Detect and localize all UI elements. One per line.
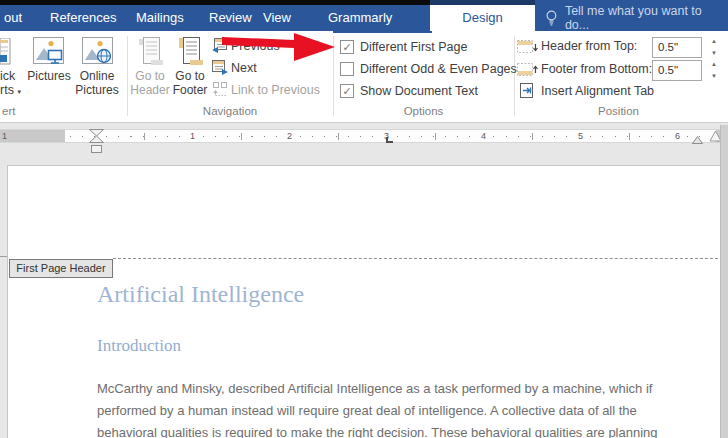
- footer-from-bottom-row: Footer from Bottom: 0.5" ▲ ▼: [517, 61, 727, 81]
- tab-stop-marker[interactable]: [386, 137, 393, 143]
- position-group-label: Position: [514, 105, 723, 117]
- footer-from-bottom-label: Footer from Bottom:: [541, 62, 652, 76]
- show-document-text-checkbox[interactable]: ✓: [340, 84, 354, 98]
- ruler-number: 1: [188, 130, 197, 142]
- link-to-previous-label: Link to Previous: [231, 83, 320, 97]
- header-boundary-dashed-line: [113, 258, 718, 259]
- ruler-number: 2: [285, 130, 294, 142]
- ruler-half-ticks: [144, 133, 710, 140]
- check-mark-icon: ✓: [341, 85, 353, 97]
- quick-parts-icon[interactable]: [0, 38, 11, 65]
- vertical-scrollbar[interactable]: [720, 125, 728, 438]
- header-from-top-input[interactable]: 0.5": [652, 37, 702, 58]
- tab-grammarly[interactable]: Grammarly: [328, 5, 392, 31]
- check-mark-icon: ✓: [341, 41, 353, 53]
- link-to-previous-icon: [212, 82, 228, 97]
- navigation-group-label: Navigation: [127, 105, 333, 117]
- pictures-label: Pictures: [26, 69, 72, 83]
- header-from-top-label: Header from Top:: [541, 39, 637, 53]
- tab-references[interactable]: References: [50, 5, 116, 31]
- link-to-previous-button[interactable]: Link to Previous: [212, 82, 330, 99]
- body-text-line[interactable]: McCarthy and Minsky, described Artificia…: [97, 381, 652, 396]
- ruler-left-margin: [0, 130, 65, 142]
- right-indent-marker[interactable]: [692, 136, 703, 144]
- ruler-number: 5: [576, 130, 585, 142]
- show-document-text-label: Show Document Text: [360, 84, 478, 98]
- pictures-button[interactable]: Pictures: [26, 34, 72, 120]
- indent-markers-icon[interactable]: [89, 129, 104, 143]
- next-label: Next: [231, 61, 257, 75]
- next-button[interactable]: Next: [212, 60, 330, 77]
- document-title[interactable]: Artificial Intelligence: [97, 281, 304, 308]
- footer-from-bottom-icon: [517, 63, 539, 78]
- checkbox-different-first-page[interactable]: ✓ Different First Page: [340, 40, 510, 56]
- checkbox-different-odd-even[interactable]: Different Odd & Even Pages: [340, 62, 510, 78]
- tell-me-box[interactable]: Tell me what you want to do...: [545, 5, 728, 31]
- red-callout-arrow: [222, 32, 336, 62]
- word-window: out References Mailings Review View Gram…: [0, 0, 728, 438]
- different-first-page-label: Different First Page: [360, 40, 467, 54]
- body-text-line[interactable]: performed by a human instead will requir…: [97, 403, 637, 418]
- quick-parts-label-2[interactable]: rts ▾: [0, 83, 21, 97]
- left-indent-marker[interactable]: [91, 145, 102, 153]
- group-separator: [514, 36, 515, 116]
- insert-alignment-tab-label: Insert Alignment Tab: [541, 84, 654, 98]
- pictures-icon: [33, 37, 64, 65]
- tab-view[interactable]: View: [263, 5, 291, 31]
- insert-alignment-tab-icon: [519, 83, 535, 99]
- options-group-label: Options: [333, 105, 514, 117]
- first-page-header-tag: First Page Header: [9, 259, 113, 278]
- spinner-up-icon[interactable]: ▲: [706, 60, 722, 69]
- horizontal-ruler[interactable]: 1 2 3 4 5 6 1: [0, 129, 720, 143]
- tab-design-active[interactable]: Design: [430, 5, 535, 31]
- go-to-footer-label-2: Footer: [168, 83, 212, 97]
- go-to-header-label-1: Go to: [128, 69, 172, 83]
- different-first-page-checkbox[interactable]: ✓: [340, 40, 354, 54]
- spinner-up-icon[interactable]: ▲: [706, 37, 722, 46]
- ruler-number: 6: [673, 130, 682, 142]
- go-to-footer-icon: [177, 36, 204, 67]
- contextual-underline: [333, 31, 432, 33]
- different-odd-even-checkbox[interactable]: [340, 62, 354, 76]
- footer-from-bottom-spinner[interactable]: ▲ ▼: [706, 60, 722, 81]
- online-pictures-label-2: Pictures: [74, 83, 120, 97]
- online-pictures-button[interactable]: Online Pictures: [74, 34, 120, 120]
- spinner-down-icon[interactable]: ▼: [706, 49, 722, 58]
- insert-alignment-tab-button[interactable]: Insert Alignment Tab: [519, 83, 719, 101]
- checkbox-show-document-text[interactable]: ✓ Show Document Text: [340, 84, 510, 100]
- next-icon: [212, 60, 228, 75]
- go-to-header-label-2: Header: [128, 83, 172, 97]
- ruler-number: 4: [479, 130, 488, 142]
- tab-layout-cut[interactable]: out: [4, 5, 22, 31]
- go-to-footer-label-1: Go to: [168, 69, 212, 83]
- different-odd-even-label: Different Odd & Even Pages: [360, 62, 517, 76]
- header-from-top-row: Header from Top: 0.5" ▲ ▼: [517, 38, 727, 58]
- dropdown-caret-icon: ▾: [17, 88, 21, 95]
- online-pictures-label-1: Online: [74, 69, 120, 83]
- ruler-margin-number: 1: [2, 130, 7, 142]
- header-boundary-tick: [0, 256, 7, 257]
- tab-mailings[interactable]: Mailings: [136, 5, 184, 31]
- tell-me-label: Tell me what you want to do...: [565, 4, 728, 32]
- lightbulb-icon: [545, 10, 558, 26]
- online-pictures-icon: [82, 37, 113, 65]
- spinner-down-icon[interactable]: ▼: [706, 72, 722, 81]
- header-from-top-icon: [517, 40, 539, 55]
- header-from-top-spinner[interactable]: ▲ ▼: [706, 37, 722, 58]
- body-text-line[interactable]: behavioral qualities is required to make…: [97, 425, 658, 438]
- tab-review[interactable]: Review: [209, 5, 252, 31]
- document-heading-introduction[interactable]: Introduction: [97, 336, 181, 356]
- go-to-header-icon: [137, 36, 164, 67]
- quick-parts-label-2-text: rts: [0, 83, 14, 97]
- quick-parts-label-1[interactable]: ick: [0, 69, 15, 83]
- footer-from-bottom-input[interactable]: 0.5": [652, 60, 702, 81]
